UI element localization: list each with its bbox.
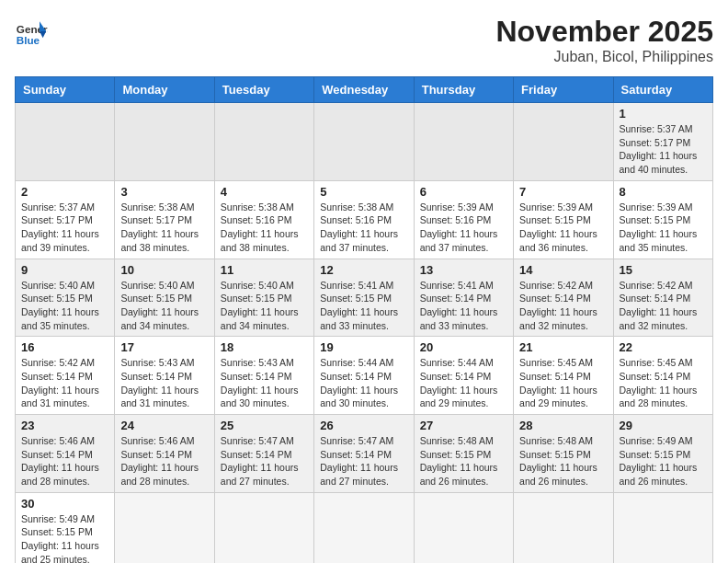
calendar-day-cell — [214, 492, 313, 563]
day-number: 5 — [320, 185, 407, 199]
calendar-day-cell: 15Sunrise: 5:42 AM Sunset: 5:14 PM Dayli… — [613, 259, 712, 337]
calendar-day-cell: 13Sunrise: 5:41 AM Sunset: 5:14 PM Dayli… — [414, 259, 513, 337]
calendar-day-cell: 26Sunrise: 5:47 AM Sunset: 5:14 PM Dayli… — [314, 415, 414, 493]
day-info: Sunrise: 5:42 AM Sunset: 5:14 PM Dayligh… — [21, 356, 108, 410]
day-info: Sunrise: 5:44 AM Sunset: 5:14 PM Dayligh… — [320, 356, 407, 410]
day-number: 29 — [620, 419, 707, 432]
day-number: 21 — [519, 340, 607, 354]
day-number: 10 — [120, 263, 208, 277]
day-number: 24 — [120, 419, 208, 432]
day-number: 12 — [320, 263, 407, 277]
calendar-day-cell: 16Sunrise: 5:42 AM Sunset: 5:14 PM Dayli… — [16, 337, 115, 415]
calendar-day-cell: 8Sunrise: 5:39 AM Sunset: 5:15 PM Daylig… — [613, 180, 712, 259]
day-number: 1 — [620, 107, 707, 121]
weekday-header-sunday: Sunday — [16, 77, 115, 103]
day-number: 17 — [120, 340, 208, 354]
day-info: Sunrise: 5:49 AM Sunset: 5:15 PM Dayligh… — [620, 434, 707, 488]
weekday-header-row: SundayMondayTuesdayWednesdayThursdayFrid… — [16, 77, 713, 103]
day-number: 22 — [620, 340, 707, 354]
calendar-day-cell: 19Sunrise: 5:44 AM Sunset: 5:14 PM Dayli… — [314, 337, 414, 415]
weekday-header-saturday: Saturday — [613, 77, 712, 103]
day-number: 27 — [420, 419, 507, 432]
calendar-day-cell: 5Sunrise: 5:38 AM Sunset: 5:16 PM Daylig… — [314, 180, 414, 259]
weekday-header-monday: Monday — [115, 77, 214, 103]
weekday-header-thursday: Thursday — [414, 77, 513, 103]
calendar-day-cell — [514, 103, 613, 181]
day-number: 6 — [420, 185, 507, 199]
calendar-day-cell — [115, 103, 214, 181]
day-info: Sunrise: 5:40 AM Sunset: 5:15 PM Dayligh… — [120, 279, 208, 333]
day-number: 11 — [221, 263, 308, 277]
calendar-day-cell: 18Sunrise: 5:43 AM Sunset: 5:14 PM Dayli… — [214, 337, 313, 415]
calendar-day-cell: 14Sunrise: 5:42 AM Sunset: 5:14 PM Dayli… — [514, 259, 613, 337]
day-info: Sunrise: 5:45 AM Sunset: 5:14 PM Dayligh… — [620, 356, 707, 410]
day-number: 26 — [320, 419, 407, 432]
weekday-header-wednesday: Wednesday — [314, 77, 414, 103]
calendar-day-cell: 6Sunrise: 5:39 AM Sunset: 5:16 PM Daylig… — [414, 180, 513, 259]
svg-text:Blue: Blue — [17, 34, 40, 46]
day-number: 13 — [420, 263, 507, 277]
weekday-header-tuesday: Tuesday — [214, 77, 313, 103]
calendar-day-cell: 25Sunrise: 5:47 AM Sunset: 5:14 PM Dayli… — [214, 415, 313, 493]
calendar-day-cell: 24Sunrise: 5:46 AM Sunset: 5:14 PM Dayli… — [115, 415, 214, 493]
calendar-table: SundayMondayTuesdayWednesdayThursdayFrid… — [15, 76, 713, 563]
day-number: 30 — [21, 497, 108, 511]
calendar-day-cell: 28Sunrise: 5:48 AM Sunset: 5:15 PM Dayli… — [514, 415, 613, 493]
day-number: 9 — [21, 263, 108, 277]
calendar-day-cell — [314, 492, 414, 563]
calendar-day-cell — [16, 103, 115, 181]
calendar-day-cell: 3Sunrise: 5:38 AM Sunset: 5:17 PM Daylig… — [115, 180, 214, 259]
calendar-day-cell: 29Sunrise: 5:49 AM Sunset: 5:15 PM Dayli… — [613, 415, 712, 493]
calendar-day-cell: 20Sunrise: 5:44 AM Sunset: 5:14 PM Dayli… — [414, 337, 513, 415]
day-info: Sunrise: 5:43 AM Sunset: 5:14 PM Dayligh… — [120, 356, 208, 410]
calendar-day-cell: 21Sunrise: 5:45 AM Sunset: 5:14 PM Dayli… — [514, 337, 613, 415]
calendar-day-cell: 10Sunrise: 5:40 AM Sunset: 5:15 PM Dayli… — [115, 259, 214, 337]
calendar-week-row: 1Sunrise: 5:37 AM Sunset: 5:17 PM Daylig… — [16, 103, 713, 181]
day-info: Sunrise: 5:41 AM Sunset: 5:15 PM Dayligh… — [320, 279, 407, 333]
day-info: Sunrise: 5:39 AM Sunset: 5:15 PM Dayligh… — [620, 201, 707, 255]
day-number: 15 — [620, 263, 707, 277]
day-info: Sunrise: 5:48 AM Sunset: 5:15 PM Dayligh… — [519, 434, 607, 488]
day-info: Sunrise: 5:38 AM Sunset: 5:16 PM Dayligh… — [320, 201, 407, 255]
day-info: Sunrise: 5:47 AM Sunset: 5:14 PM Dayligh… — [221, 434, 308, 488]
calendar-week-row: 30Sunrise: 5:49 AM Sunset: 5:15 PM Dayli… — [16, 492, 713, 563]
calendar-day-cell: 4Sunrise: 5:38 AM Sunset: 5:16 PM Daylig… — [214, 180, 313, 259]
day-info: Sunrise: 5:45 AM Sunset: 5:14 PM Dayligh… — [519, 356, 607, 410]
day-info: Sunrise: 5:38 AM Sunset: 5:17 PM Dayligh… — [120, 201, 208, 255]
calendar-day-cell: 22Sunrise: 5:45 AM Sunset: 5:14 PM Dayli… — [613, 337, 712, 415]
calendar-day-cell: 11Sunrise: 5:40 AM Sunset: 5:15 PM Dayli… — [214, 259, 313, 337]
day-number: 25 — [221, 419, 308, 432]
day-info: Sunrise: 5:49 AM Sunset: 5:15 PM Dayligh… — [21, 512, 108, 563]
calendar-day-cell — [613, 492, 712, 563]
weekday-header-friday: Friday — [514, 77, 613, 103]
calendar-day-cell — [115, 492, 214, 563]
calendar-day-cell: 27Sunrise: 5:48 AM Sunset: 5:15 PM Dayli… — [414, 415, 513, 493]
calendar-day-cell: 1Sunrise: 5:37 AM Sunset: 5:17 PM Daylig… — [613, 103, 712, 181]
day-number: 8 — [620, 185, 707, 199]
day-info: Sunrise: 5:42 AM Sunset: 5:14 PM Dayligh… — [519, 279, 607, 333]
day-info: Sunrise: 5:39 AM Sunset: 5:15 PM Dayligh… — [519, 201, 607, 255]
location-title: Juban, Bicol, Philippines — [495, 49, 713, 65]
calendar-day-cell — [214, 103, 313, 181]
day-number: 4 — [221, 185, 308, 199]
calendar-week-row: 16Sunrise: 5:42 AM Sunset: 5:14 PM Dayli… — [16, 337, 713, 415]
day-info: Sunrise: 5:39 AM Sunset: 5:16 PM Dayligh… — [420, 201, 507, 255]
calendar-day-cell — [514, 492, 613, 563]
day-info: Sunrise: 5:41 AM Sunset: 5:14 PM Dayligh… — [420, 279, 507, 333]
calendar-day-cell — [414, 492, 513, 563]
day-info: Sunrise: 5:37 AM Sunset: 5:17 PM Dayligh… — [21, 201, 108, 255]
calendar-day-cell — [414, 103, 513, 181]
day-number: 3 — [120, 185, 208, 199]
calendar-day-cell: 7Sunrise: 5:39 AM Sunset: 5:15 PM Daylig… — [514, 180, 613, 259]
day-number: 2 — [21, 185, 108, 199]
calendar-week-row: 9Sunrise: 5:40 AM Sunset: 5:15 PM Daylig… — [16, 259, 713, 337]
calendar-week-row: 23Sunrise: 5:46 AM Sunset: 5:14 PM Dayli… — [16, 415, 713, 493]
day-info: Sunrise: 5:40 AM Sunset: 5:15 PM Dayligh… — [21, 279, 108, 333]
day-number: 18 — [221, 340, 308, 354]
day-number: 23 — [21, 419, 108, 432]
day-info: Sunrise: 5:43 AM Sunset: 5:14 PM Dayligh… — [221, 356, 308, 410]
calendar-day-cell: 9Sunrise: 5:40 AM Sunset: 5:15 PM Daylig… — [16, 259, 115, 337]
day-info: Sunrise: 5:40 AM Sunset: 5:15 PM Dayligh… — [221, 279, 308, 333]
calendar-day-cell: 23Sunrise: 5:46 AM Sunset: 5:14 PM Dayli… — [16, 415, 115, 493]
day-number: 28 — [519, 419, 607, 432]
